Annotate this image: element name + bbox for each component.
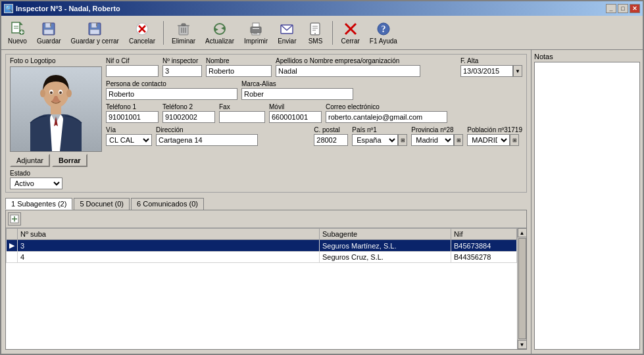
- table-row[interactable]: ▶ 3 Seguros Martínez, S.L. B45673884: [7, 240, 517, 252]
- row-indicator: [7, 252, 18, 263]
- poblacion-select[interactable]: MADRID: [467, 134, 510, 146]
- title-bar: 🔍 Inspector Nº3 - Nadal, Roberto _ □ ✕: [1, 1, 643, 16]
- svg-rect-10: [44, 30, 53, 34]
- tel1-block: Teléfono 1: [106, 103, 159, 123]
- tel2-label: Teléfono 2: [162, 103, 215, 110]
- alias-block: Marca-Alias: [241, 80, 353, 100]
- tabs-row: 1 Subagentes (2) 5 Docunet (0) 6 Comunic…: [5, 198, 527, 210]
- svg-point-51: [50, 91, 53, 94]
- svg-point-47: [40, 89, 45, 97]
- window-controls: _ □ ✕: [606, 4, 640, 13]
- svg-rect-13: [96, 23, 97, 26]
- svg-rect-45: [51, 105, 61, 114]
- svg-rect-20: [182, 24, 186, 26]
- tel1-input[interactable]: [106, 111, 159, 123]
- alias-input[interactable]: [241, 88, 353, 100]
- imprimir-icon: [248, 21, 264, 37]
- table-scrollbar[interactable]: ▲ ▼: [517, 228, 526, 349]
- svg-rect-30: [253, 32, 259, 33]
- cerrar-button[interactable]: Cerrar: [337, 18, 362, 47]
- inspector-num-input[interactable]: [162, 65, 202, 77]
- photo-and-fields: Foto o Logotipo: [10, 57, 522, 167]
- row-indicator: ▶: [7, 240, 18, 252]
- photo-label: Foto o Logotipo: [10, 57, 102, 64]
- nombre-label: Nombre: [206, 57, 272, 64]
- notes-textarea[interactable]: [534, 62, 640, 350]
- inspector-num-label: Nº inspector: [162, 57, 202, 64]
- scroll-up-button[interactable]: ▲: [518, 228, 527, 237]
- ayuda-icon: ?: [376, 21, 391, 37]
- scroll-down-button[interactable]: ▼: [518, 340, 527, 349]
- provincia-extra-button[interactable]: ⊞: [454, 134, 463, 146]
- col-subagente: Subagente: [320, 229, 451, 240]
- poblacion-extra-button[interactable]: ⊞: [510, 134, 519, 146]
- sms-button[interactable]: SMS: [303, 18, 328, 47]
- actualizar-button[interactable]: Actualizar: [202, 18, 237, 47]
- estado-select[interactable]: Activo: [10, 178, 62, 189]
- nuevo-icon: [9, 21, 25, 37]
- falta-input[interactable]: [460, 65, 513, 77]
- cancelar-button[interactable]: Cancelar: [126, 18, 159, 47]
- eliminar-button[interactable]: Eliminar: [168, 18, 199, 47]
- tab-docunet[interactable]: 5 Docunet (0): [74, 198, 130, 210]
- svg-text:?: ?: [381, 24, 385, 34]
- estado-row: Estado Activo: [10, 170, 522, 189]
- cerrar-icon: [343, 21, 359, 37]
- cpostal-label: C. postal: [314, 126, 348, 133]
- cpostal-input[interactable]: [314, 134, 348, 146]
- tab-comunicados[interactable]: 6 Comunicados (0): [131, 198, 204, 210]
- tel2-input[interactable]: [162, 111, 215, 123]
- apellidos-input[interactable]: [276, 65, 420, 77]
- tab-subagentes[interactable]: 1 Subagentes (2): [5, 198, 72, 210]
- imprimir-button[interactable]: Imprimir: [241, 18, 271, 47]
- eliminar-label: Eliminar: [172, 37, 195, 45]
- table-wrapper: Nº suba Subagente Nif ▶ 3 Se: [6, 228, 526, 349]
- enviar-icon: [279, 21, 295, 37]
- main-form-section: Foto o Logotipo: [5, 54, 527, 193]
- provincia-select[interactable]: Madrid: [411, 134, 454, 146]
- falta-dropdown-button[interactable]: ▼: [513, 65, 522, 77]
- col-num: Nº suba: [18, 229, 320, 240]
- app-icon: 🔍: [4, 4, 13, 13]
- photo-buttons: Adjuntar Borrar: [10, 154, 102, 167]
- svg-marker-25: [214, 28, 218, 32]
- guardar-cerrar-button[interactable]: Guardar y cerrar: [68, 18, 122, 47]
- svg-point-37: [314, 33, 316, 34]
- borrar-button[interactable]: Borrar: [52, 154, 87, 167]
- toolbar: Nuevo Guardar Guardar y cerrar Cancelar: [1, 16, 643, 50]
- via-label: Vía: [106, 126, 152, 133]
- pais-select[interactable]: España: [352, 134, 398, 146]
- fax-input[interactable]: [219, 111, 265, 123]
- email-input[interactable]: [326, 111, 447, 123]
- ayuda-label: F1 Ayuda: [370, 37, 397, 45]
- pais-extra-button[interactable]: ⊞: [398, 134, 407, 146]
- nombre-input[interactable]: [206, 65, 272, 77]
- alias-label: Marca-Alias: [241, 80, 353, 87]
- svg-point-52: [59, 91, 62, 94]
- table-row[interactable]: 4 Seguros Cruz, S.L. B44356278: [7, 252, 517, 263]
- direccion-block: Dirección: [156, 126, 310, 146]
- contacto-label: Persona de contacto: [106, 80, 237, 87]
- minimize-button[interactable]: _: [606, 4, 616, 13]
- window-title: Inspector Nº3 - Nadal, Roberto: [16, 5, 120, 12]
- sms-icon: [307, 21, 323, 37]
- adjuntar-button[interactable]: Adjuntar: [10, 154, 50, 167]
- contacto-input[interactable]: [106, 88, 237, 100]
- via-select[interactable]: CL CAL: [106, 134, 152, 146]
- movil-input[interactable]: [269, 111, 322, 123]
- tab-add-button[interactable]: [8, 212, 21, 225]
- maximize-button[interactable]: □: [618, 4, 628, 13]
- guardar-button[interactable]: Guardar: [34, 18, 64, 47]
- photo-box: [10, 66, 102, 152]
- nif-input[interactable]: [106, 65, 159, 77]
- scroll-thumb[interactable]: [518, 238, 526, 339]
- direccion-input[interactable]: [156, 134, 258, 146]
- direccion-label: Dirección: [156, 126, 310, 133]
- apellidos-block: Apellidos o Nombre empresa/organización: [276, 57, 457, 77]
- nuevo-button[interactable]: Nuevo: [5, 18, 30, 47]
- close-button[interactable]: ✕: [630, 4, 640, 13]
- ayuda-button[interactable]: ? F1 Ayuda: [366, 18, 401, 47]
- svg-point-48: [66, 89, 72, 97]
- svg-marker-24: [221, 26, 225, 30]
- enviar-button[interactable]: Enviar: [274, 18, 299, 47]
